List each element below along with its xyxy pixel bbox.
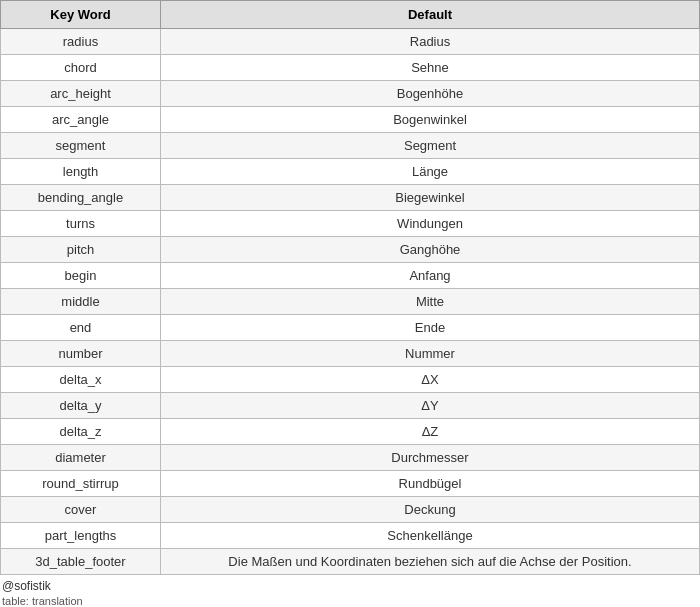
- keyword-cell: middle: [1, 289, 161, 315]
- table-row: pitchGanghöhe: [1, 237, 700, 263]
- table-row: turnsWindungen: [1, 211, 700, 237]
- table-row: chordSehne: [1, 55, 700, 81]
- keyword-cell: cover: [1, 497, 161, 523]
- keyword-cell: begin: [1, 263, 161, 289]
- keyword-cell: part_lengths: [1, 523, 161, 549]
- table-row: delta_yΔY: [1, 393, 700, 419]
- column-header-default: Default: [161, 1, 700, 29]
- table-row: delta_zΔZ: [1, 419, 700, 445]
- column-header-keyword: Key Word: [1, 1, 161, 29]
- table-row: round_stirrupRundbügel: [1, 471, 700, 497]
- table-row: beginAnfang: [1, 263, 700, 289]
- keyword-cell: bending_angle: [1, 185, 161, 211]
- keyword-cell: diameter: [1, 445, 161, 471]
- table-row: numberNummer: [1, 341, 700, 367]
- table-row: middleMitte: [1, 289, 700, 315]
- table-row: radiusRadius: [1, 29, 700, 55]
- keyword-table: Key Word Default radiusRadiuschordSehnea…: [0, 0, 700, 575]
- default-cell: Radius: [161, 29, 700, 55]
- default-cell: Sehne: [161, 55, 700, 81]
- default-cell: Schenkellänge: [161, 523, 700, 549]
- footer-brand: @sofistik: [0, 575, 700, 595]
- table-row: arc_heightBogenhöhe: [1, 81, 700, 107]
- default-cell: Die Maßen und Koordinaten beziehen sich …: [161, 549, 700, 575]
- table-row: lengthLänge: [1, 159, 700, 185]
- default-cell: Ganghöhe: [161, 237, 700, 263]
- keyword-cell: chord: [1, 55, 161, 81]
- default-cell: Durchmesser: [161, 445, 700, 471]
- keyword-cell: 3d_table_footer: [1, 549, 161, 575]
- default-cell: Biegewinkel: [161, 185, 700, 211]
- default-cell: Anfang: [161, 263, 700, 289]
- default-cell: Länge: [161, 159, 700, 185]
- keyword-cell: length: [1, 159, 161, 185]
- keyword-cell: radius: [1, 29, 161, 55]
- default-cell: Bogenwinkel: [161, 107, 700, 133]
- table-row: segmentSegment: [1, 133, 700, 159]
- footer-meta: table: translation: [0, 595, 700, 607]
- default-cell: Windungen: [161, 211, 700, 237]
- keyword-cell: number: [1, 341, 161, 367]
- default-cell: ΔX: [161, 367, 700, 393]
- keyword-cell: arc_angle: [1, 107, 161, 133]
- default-cell: Deckung: [161, 497, 700, 523]
- default-cell: Nummer: [161, 341, 700, 367]
- default-cell: ΔZ: [161, 419, 700, 445]
- keyword-cell: turns: [1, 211, 161, 237]
- table-row: bending_angleBiegewinkel: [1, 185, 700, 211]
- table-row: coverDeckung: [1, 497, 700, 523]
- default-cell: Bogenhöhe: [161, 81, 700, 107]
- keyword-cell: pitch: [1, 237, 161, 263]
- default-cell: Segment: [161, 133, 700, 159]
- keyword-cell: delta_z: [1, 419, 161, 445]
- table-row: delta_xΔX: [1, 367, 700, 393]
- keyword-cell: round_stirrup: [1, 471, 161, 497]
- table-row: part_lengthsSchenkellänge: [1, 523, 700, 549]
- table-row: 3d_table_footerDie Maßen und Koordinaten…: [1, 549, 700, 575]
- keyword-cell: delta_x: [1, 367, 161, 393]
- table-row: endEnde: [1, 315, 700, 341]
- default-cell: Ende: [161, 315, 700, 341]
- default-cell: Mitte: [161, 289, 700, 315]
- keyword-cell: segment: [1, 133, 161, 159]
- table-row: diameterDurchmesser: [1, 445, 700, 471]
- default-cell: Rundbügel: [161, 471, 700, 497]
- keyword-cell: delta_y: [1, 393, 161, 419]
- table-row: arc_angleBogenwinkel: [1, 107, 700, 133]
- keyword-cell: arc_height: [1, 81, 161, 107]
- keyword-cell: end: [1, 315, 161, 341]
- default-cell: ΔY: [161, 393, 700, 419]
